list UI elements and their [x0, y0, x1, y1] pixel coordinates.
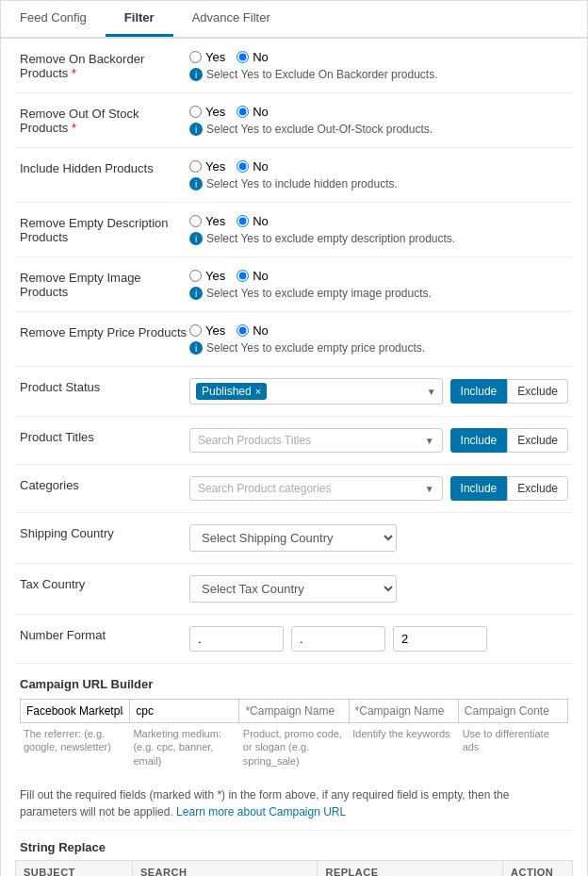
label-product-status: Product Status: [20, 378, 189, 394]
label-include-hidden: Include Hidden Products: [20, 159, 189, 175]
row-include-hidden: Include Hidden Products Yes No i Select …: [15, 148, 573, 203]
hint-backorder: i Select Yes to Exclude On Backorder pro…: [189, 68, 568, 81]
radio-hidden-no[interactable]: No: [237, 159, 269, 174]
hint-empty-image: i Select Yes to exclude empty image prod…: [189, 287, 568, 300]
row-shipping-country: Shipping Country Select Shipping Country: [15, 513, 573, 564]
campaign-input-name[interactable]: [238, 699, 348, 723]
campaign-url-title: Campaign URL Builder: [20, 677, 568, 691]
campaign-hints: The referrer: (e.g. google, newsletter) …: [20, 727, 568, 768]
campaign-url-inputs: [20, 699, 568, 723]
radio-group-out-of-stock: Yes No: [189, 105, 568, 119]
radio-group-empty-desc: Yes No: [189, 214, 568, 228]
radio-oos-no[interactable]: No: [237, 105, 269, 119]
campaign-input-content[interactable]: [458, 699, 568, 723]
categories-exclude-button[interactable]: Exclude: [507, 476, 568, 501]
number-format-input-2[interactable]: [291, 626, 385, 652]
categories-btn-group: Include Exclude: [450, 476, 568, 501]
chevron-down-icon-categories: ▼: [425, 484, 434, 494]
radio-hidden-yes[interactable]: Yes: [189, 159, 225, 174]
col-replace: REPLACE: [318, 860, 503, 876]
tab-advance-filter[interactable]: Advance Filter: [173, 1, 289, 37]
row-number-format: Number Format: [15, 615, 573, 664]
info-icon-image: i: [189, 287, 203, 300]
tax-country-select[interactable]: Select Tax Country: [189, 575, 397, 603]
info-text: Fill out the required fields (marked wit…: [15, 777, 573, 831]
label-out-of-stock: Remove Out Of Stock Products *: [20, 105, 189, 135]
radio-desc-no[interactable]: No: [237, 214, 269, 228]
radio-image-yes[interactable]: Yes: [189, 269, 225, 283]
radio-group-backorder: Yes No: [189, 50, 568, 64]
radio-image-no[interactable]: No: [237, 269, 269, 283]
campaign-input-term[interactable]: [349, 699, 458, 723]
info-icon-backorder: i: [189, 68, 203, 81]
number-format-inputs: [189, 626, 568, 652]
control-shipping-country: Select Shipping Country: [189, 524, 568, 552]
product-titles-btn-group: Include Exclude: [450, 428, 568, 453]
product-status-include-button[interactable]: Include: [450, 379, 508, 404]
label-empty-image: Remove Empty Image Products: [20, 269, 189, 299]
control-tax-country: Select Tax Country: [189, 575, 568, 603]
select-row-product-status: Published × ▼ Include Exclude: [189, 378, 568, 405]
tab-feed-config[interactable]: Feed Config: [1, 1, 106, 37]
radio-backorder-no[interactable]: No: [237, 50, 269, 64]
control-out-of-stock: Yes No i Select Yes to exclude Out-Of-St…: [189, 105, 568, 136]
control-remove-backorder: Yes No i Select Yes to Exclude On Backor…: [189, 50, 568, 81]
product-status-exclude-button[interactable]: Exclude: [507, 379, 568, 404]
filter-content: Remove On Backorder Products * Yes No i …: [1, 39, 587, 876]
radio-group-empty-image: Yes No: [189, 269, 568, 283]
label-empty-price: Remove Empty Price Products: [20, 323, 189, 339]
radio-price-yes[interactable]: Yes: [189, 323, 225, 338]
radio-oos-yes[interactable]: Yes: [189, 105, 225, 119]
select-row-product-titles: Search Products Titles ▼ Include Exclude: [189, 428, 568, 453]
radio-group-empty-price: Yes No: [189, 323, 568, 338]
remove-tag-icon[interactable]: ×: [255, 386, 261, 397]
product-titles-search[interactable]: Search Products Titles ▼: [189, 428, 443, 453]
product-status-tag: Published ×: [196, 383, 267, 400]
shipping-country-select[interactable]: Select Shipping Country: [189, 524, 397, 552]
label-empty-desc: Remove Empty Description Products: [20, 214, 189, 244]
info-icon-desc: i: [189, 232, 203, 245]
row-categories: Categories Search Product categories ▼ I…: [15, 465, 573, 513]
categories-search[interactable]: Search Product categories ▼: [189, 476, 443, 501]
learn-more-link[interactable]: Learn more about Campaign URL: [176, 805, 346, 818]
row-empty-price: Remove Empty Price Products Yes No i Sel…: [15, 312, 573, 367]
label-shipping-country: Shipping Country: [20, 524, 189, 540]
categories-include-button[interactable]: Include: [450, 476, 508, 501]
row-empty-image: Remove Empty Image Products Yes No i Sel…: [15, 257, 573, 312]
col-subject: SUBJECT: [16, 860, 133, 876]
row-remove-backorder: Remove On Backorder Products * Yes No i …: [15, 39, 573, 93]
product-titles-placeholder: Search Products Titles: [198, 434, 311, 447]
info-icon-price: i: [189, 341, 203, 355]
control-product-titles: Search Products Titles ▼ Include Exclude: [189, 428, 568, 453]
label-product-titles: Product Titles: [20, 428, 189, 444]
chevron-down-icon-titles: ▼: [425, 436, 434, 446]
radio-backorder-yes[interactable]: Yes: [189, 50, 225, 64]
number-format-input-1[interactable]: [189, 626, 284, 652]
row-out-of-stock: Remove Out Of Stock Products * Yes No i …: [15, 93, 573, 148]
col-action: ACTION: [503, 860, 573, 876]
campaign-input-source[interactable]: [20, 699, 129, 723]
product-status-select[interactable]: Published × ▼: [189, 378, 443, 405]
number-format-input-3[interactable]: [393, 626, 487, 652]
hint-empty-price: i Select Yes to exclude empty price prod…: [189, 341, 568, 355]
tab-filter[interactable]: Filter: [106, 1, 173, 37]
main-container: Feed Config Filter Advance Filter Remove…: [0, 0, 588, 876]
product-titles-include-button[interactable]: Include: [450, 428, 508, 453]
radio-desc-yes[interactable]: Yes: [189, 214, 225, 228]
chevron-down-icon: ▼: [427, 387, 436, 397]
campaign-hint-0: The referrer: (e.g. google, newsletter): [20, 727, 129, 768]
control-categories: Search Product categories ▼ Include Excl…: [189, 476, 568, 501]
categories-placeholder: Search Product categories: [198, 482, 331, 495]
col-search: SEARCH: [132, 860, 318, 876]
product-titles-exclude-button[interactable]: Exclude: [507, 428, 568, 453]
campaign-input-medium[interactable]: [129, 699, 238, 723]
radio-price-no[interactable]: No: [237, 323, 269, 338]
label-remove-backorder: Remove On Backorder Products *: [20, 50, 189, 80]
campaign-hint-1: Marketing medium: (e.g. cpc, banner, ema…: [129, 727, 238, 768]
radio-group-hidden: Yes No: [189, 159, 568, 174]
campaign-hint-2: Product, promo code, or slogan (e.g. spr…: [239, 727, 349, 768]
select-row-categories: Search Product categories ▼ Include Excl…: [189, 476, 568, 501]
row-product-status: Product Status Published × ▼ Include Exc…: [15, 367, 573, 417]
string-replace-title: String Replace: [15, 831, 573, 860]
hint-hidden: i Select Yes to include hidden products.: [189, 177, 568, 190]
